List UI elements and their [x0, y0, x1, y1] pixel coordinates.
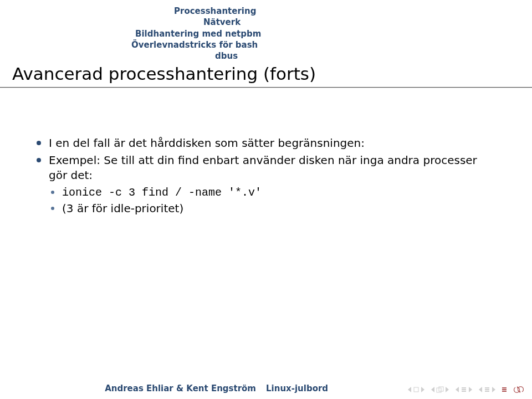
bars-icon	[484, 386, 490, 393]
topic-natverk[interactable]: Nätverk	[116, 17, 532, 28]
nav-back-forward[interactable]	[512, 386, 525, 393]
topic-bildhantering[interactable]: Bildhantering med netpbm	[116, 28, 532, 39]
square-icon	[413, 386, 420, 393]
svg-rect-11	[502, 391, 507, 392]
bullet-item: I en del fall är det hårddisken som sätt…	[33, 136, 499, 151]
triangle-left-icon	[430, 386, 436, 393]
bullet-item: Exempel: Se till att din find enbart anv…	[33, 153, 499, 183]
bars-red-icon	[501, 386, 508, 393]
content-body: I en del fall är det hårddisken som sätt…	[33, 136, 499, 217]
triangle-left-icon	[478, 386, 483, 393]
topic-dbus[interactable]: dbus	[116, 50, 532, 62]
triangle-right-icon	[468, 386, 473, 393]
topic-overlevnadstricks[interactable]: Överlevnadstricks för bash	[116, 39, 532, 50]
footer-author: Andreas Ehliar & Kent Engström	[0, 383, 266, 393]
svg-rect-7	[485, 389, 489, 390]
nav-subsection-group[interactable]	[454, 386, 473, 393]
slide: Processhantering Nätverk Bildhantering m…	[0, 0, 532, 399]
svg-rect-0	[414, 387, 418, 392]
title-region: Avancerad processhantering (forts)	[0, 64, 532, 88]
svg-rect-3	[462, 387, 466, 388]
title-divider-shadow	[0, 88, 532, 88]
triangle-left-icon	[454, 386, 460, 393]
double-square-icon	[436, 386, 444, 393]
triangle-right-icon	[444, 386, 450, 393]
triangle-left-icon	[407, 386, 412, 393]
bullet-subitem: (3 är för idle-prioritet)	[33, 201, 499, 216]
nav-slide-group[interactable]	[407, 386, 426, 393]
bars-icon	[461, 386, 467, 393]
triangle-right-icon	[420, 386, 426, 393]
svg-rect-9	[502, 387, 507, 388]
beamer-nav-controls	[407, 386, 525, 393]
svg-rect-5	[462, 391, 466, 392]
svg-rect-10	[502, 389, 507, 390]
bullet-subitem-code: ionice -c 3 find / -name '*.v'	[33, 185, 499, 200]
nav-lines-icon[interactable]	[501, 386, 508, 393]
topic-processhantering[interactable]: Processhantering	[116, 6, 532, 17]
frame-title: Avancerad processhantering (forts)	[0, 64, 532, 87]
svg-rect-4	[462, 389, 466, 390]
nav-section-group[interactable]	[478, 386, 497, 393]
triangle-right-icon	[491, 386, 497, 393]
nav-frame-group[interactable]	[430, 386, 450, 393]
circular-arrows-icon	[512, 386, 525, 393]
svg-rect-8	[485, 391, 489, 392]
nav-topics: Processhantering Nätverk Bildhantering m…	[0, 6, 532, 62]
svg-rect-6	[485, 387, 489, 388]
